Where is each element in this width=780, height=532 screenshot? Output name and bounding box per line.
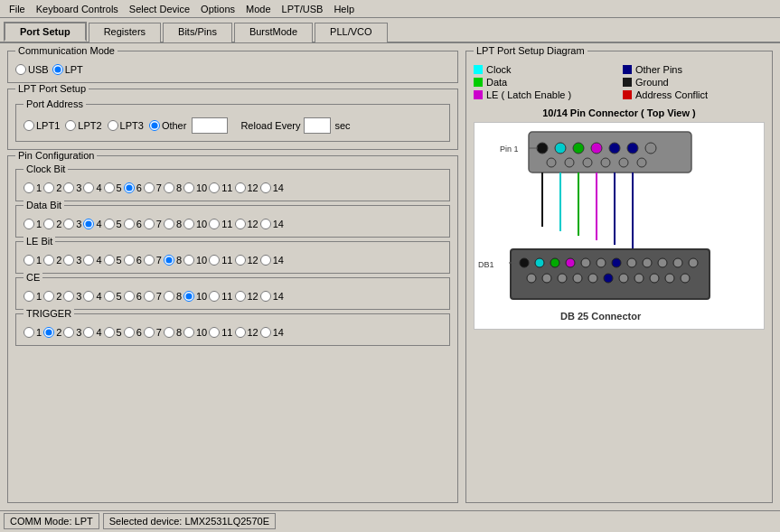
dat-10[interactable]: 10 xyxy=(183,219,207,229)
trig-1[interactable]: 1 xyxy=(23,327,42,338)
clk-14[interactable]: 14 xyxy=(260,182,284,193)
tab-port-setup[interactable]: Port Setup xyxy=(4,22,87,42)
ce-8[interactable]: 8 xyxy=(164,291,182,302)
port-other-value[interactable]: 378 xyxy=(192,117,228,134)
menu-file[interactable]: File xyxy=(4,3,31,15)
clk-4[interactable]: 4 xyxy=(83,182,101,193)
trig-6[interactable]: 6 xyxy=(124,327,142,338)
trig-4[interactable]: 4 xyxy=(83,327,101,338)
reload-value[interactable]: 10 xyxy=(304,117,331,134)
port-lpt3-radio[interactable] xyxy=(108,120,118,131)
dat-2[interactable]: 2 xyxy=(43,219,61,229)
ce-2[interactable]: 2 xyxy=(43,291,61,302)
menu-help[interactable]: Help xyxy=(328,3,360,15)
trig-2[interactable]: 2 xyxy=(43,327,61,338)
le-8[interactable]: 8 xyxy=(164,255,182,266)
trigger-row: 1 2 3 4 5 6 7 8 10 11 12 14 xyxy=(23,327,442,338)
clk-1[interactable]: 1 xyxy=(23,182,42,193)
clk-10[interactable]: 10 xyxy=(183,182,207,193)
le-1[interactable]: 1 xyxy=(23,255,42,266)
legend-ground: Ground xyxy=(623,77,765,88)
clk-5[interactable]: 5 xyxy=(104,182,122,193)
ce-4[interactable]: 4 xyxy=(83,291,101,302)
dat-12[interactable]: 12 xyxy=(235,219,258,229)
comm-mode-lpt-radio[interactable] xyxy=(52,64,63,75)
trigger-title: TRIGGER xyxy=(23,308,74,319)
port-other[interactable]: Other xyxy=(149,120,187,131)
trig-11[interactable]: 11 xyxy=(209,327,232,338)
le-11[interactable]: 11 xyxy=(209,255,232,266)
dat-4[interactable]: 4 xyxy=(83,219,101,229)
comm-mode-usb[interactable]: USB xyxy=(15,64,49,75)
connector-title: 10/14 Pin Connector ( Top View ) xyxy=(474,107,765,118)
menu-options[interactable]: Options xyxy=(195,3,240,15)
clk-8[interactable]: 8 xyxy=(164,182,182,193)
dat-14[interactable]: 14 xyxy=(260,219,284,229)
clk-12[interactable]: 12 xyxy=(235,182,258,193)
dat-7[interactable]: 7 xyxy=(144,219,162,229)
ce-3[interactable]: 3 xyxy=(63,291,81,302)
port-lpt1-radio[interactable] xyxy=(23,120,34,131)
dat-6[interactable]: 6 xyxy=(124,219,142,229)
comm-mode-usb-radio[interactable] xyxy=(15,64,26,75)
clk-11[interactable]: 11 xyxy=(209,182,232,193)
comm-mode-lpt[interactable]: LPT xyxy=(52,64,83,75)
trig-10[interactable]: 10 xyxy=(183,327,207,338)
le-6[interactable]: 6 xyxy=(124,255,142,266)
le-14[interactable]: 14 xyxy=(260,255,284,266)
le-3[interactable]: 3 xyxy=(63,255,81,266)
menubar: File Keyboard Controls Select Device Opt… xyxy=(0,0,780,18)
dat-5[interactable]: 5 xyxy=(104,219,122,229)
pin-config-group: Pin Configuration Clock Bit 1 2 3 4 5 6 … xyxy=(7,155,458,503)
svg-point-31 xyxy=(658,258,667,267)
ce-11[interactable]: 11 xyxy=(209,291,232,302)
trig-3[interactable]: 3 xyxy=(63,327,81,338)
tab-bits-pins[interactable]: Bits/Pins xyxy=(163,23,232,42)
port-lpt1[interactable]: LPT1 xyxy=(23,120,60,131)
le-4[interactable]: 4 xyxy=(83,255,101,266)
ce-6[interactable]: 6 xyxy=(124,291,142,302)
other-pins-label: Other Pins xyxy=(635,64,682,75)
ce-14[interactable]: 14 xyxy=(260,291,284,302)
trig-5[interactable]: 5 xyxy=(104,327,122,338)
menu-lpt-usb[interactable]: LPT/USB xyxy=(277,3,329,15)
tab-burst-mode[interactable]: BurstMode xyxy=(234,23,313,42)
tab-pll-vco[interactable]: PLL/VCO xyxy=(315,23,387,42)
svg-point-40 xyxy=(619,274,628,283)
menu-select-device[interactable]: Select Device xyxy=(124,3,195,15)
statusbar: COMM Mode: LPT Selected device: LMX2531L… xyxy=(0,510,780,530)
le-7[interactable]: 7 xyxy=(144,255,162,266)
svg-point-42 xyxy=(650,274,659,283)
dat-3[interactable]: 3 xyxy=(63,219,81,229)
port-other-radio[interactable] xyxy=(149,120,160,131)
ce-row: 1 2 3 4 5 6 7 8 10 11 12 14 xyxy=(23,291,442,302)
clk-3[interactable]: 3 xyxy=(63,182,81,193)
menu-mode[interactable]: Mode xyxy=(240,3,277,15)
le-2[interactable]: 2 xyxy=(43,255,61,266)
clk-6[interactable]: 6 xyxy=(124,182,142,193)
ce-5[interactable]: 5 xyxy=(104,291,122,302)
dat-8[interactable]: 8 xyxy=(164,219,182,229)
tab-registers[interactable]: Registers xyxy=(89,23,161,42)
ce-7[interactable]: 7 xyxy=(144,291,162,302)
port-lpt3[interactable]: LPT3 xyxy=(108,120,144,131)
ce-10[interactable]: 10 xyxy=(183,291,207,302)
ce-12[interactable]: 12 xyxy=(235,291,258,302)
trig-7[interactable]: 7 xyxy=(144,327,162,338)
menu-keyboard-controls[interactable]: Keyboard Controls xyxy=(31,3,124,15)
ce-1[interactable]: 1 xyxy=(23,291,42,302)
trig-14[interactable]: 14 xyxy=(260,327,284,338)
le-12[interactable]: 12 xyxy=(235,255,258,266)
svg-point-38 xyxy=(588,274,597,283)
le-5[interactable]: 5 xyxy=(104,255,122,266)
port-lpt2-radio[interactable] xyxy=(65,120,76,131)
trig-12[interactable]: 12 xyxy=(235,327,258,338)
dat-1[interactable]: 1 xyxy=(23,219,42,229)
le-10[interactable]: 10 xyxy=(183,255,207,266)
dat-11[interactable]: 11 xyxy=(209,219,232,229)
clk-2[interactable]: 2 xyxy=(43,182,61,193)
trig-8[interactable]: 8 xyxy=(164,327,182,338)
clk-7[interactable]: 7 xyxy=(144,182,162,193)
port-lpt2[interactable]: LPT2 xyxy=(65,120,101,131)
svg-point-12 xyxy=(619,158,628,167)
